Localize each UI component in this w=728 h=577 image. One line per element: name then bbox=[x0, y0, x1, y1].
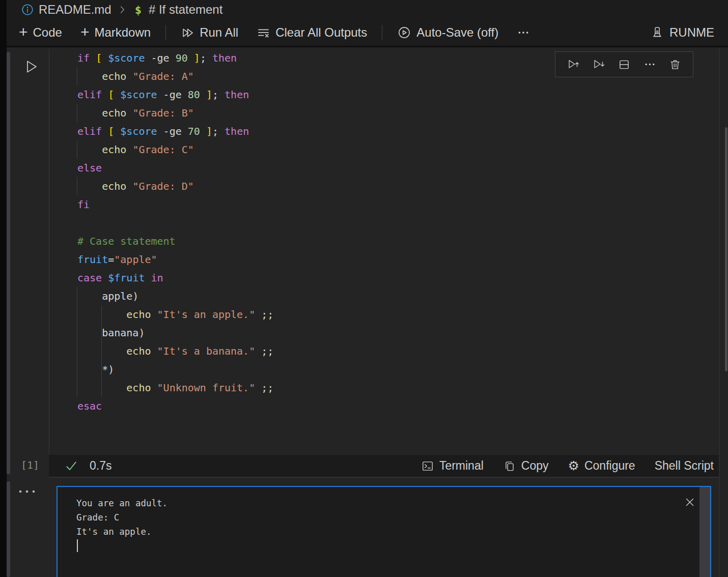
info-icon bbox=[21, 4, 34, 16]
terminal-button[interactable]: Terminal bbox=[421, 459, 484, 473]
cell-more-actions-button[interactable] bbox=[642, 57, 657, 72]
run-all-icon bbox=[181, 26, 194, 40]
terminal-icon bbox=[421, 459, 434, 473]
execute-below-button[interactable] bbox=[591, 57, 606, 72]
notebook-cell-area: if [ $score -ge 90 ]; then echo "Grade: … bbox=[7, 49, 728, 577]
notebook-toolbar: + Code + Markdown Run All Clear All Outp… bbox=[0, 19, 728, 47]
clear-all-outputs-button[interactable]: Clear All Outputs bbox=[249, 22, 375, 43]
run-all-label: Run All bbox=[200, 25, 238, 40]
breadcrumb: README.md $ # If statement bbox=[0, 0, 728, 19]
delete-cell-button[interactable] bbox=[667, 57, 683, 72]
indent-guide bbox=[77, 287, 77, 397]
terminal-label: Terminal bbox=[439, 459, 484, 473]
indent-guide bbox=[77, 104, 77, 122]
code-content[interactable]: if [ $score -ge 90 ]; then echo "Grade: … bbox=[77, 49, 273, 452]
execution-count: [1] bbox=[21, 459, 39, 471]
ellipsis-icon bbox=[517, 26, 530, 39]
indent-guide bbox=[101, 305, 102, 397]
output-text: You are an adult.Grade: CIt's an apple. bbox=[58, 487, 710, 552]
clear-all-outputs-label: Clear All Outputs bbox=[275, 25, 367, 40]
clear-all-outputs-icon bbox=[257, 26, 270, 40]
auto-save-icon bbox=[397, 25, 411, 40]
output-scrollbar[interactable] bbox=[699, 487, 710, 577]
execution-duration: 0.7s bbox=[90, 459, 111, 473]
runme-logo-icon bbox=[650, 25, 664, 40]
language-picker[interactable]: Shell Script bbox=[655, 459, 714, 473]
output-focus-bar bbox=[7, 481, 10, 577]
copy-button[interactable]: Copy bbox=[503, 459, 549, 473]
add-code-cell-button[interactable]: + Code bbox=[11, 22, 70, 43]
execute-above-button[interactable] bbox=[566, 57, 581, 72]
output-lines: You are an adult.Grade: CIt's an apple. bbox=[76, 496, 710, 539]
cell-toolbar bbox=[555, 51, 693, 77]
plus-icon: + bbox=[80, 24, 90, 40]
add-markdown-label: Markdown bbox=[94, 25, 151, 40]
run-cell-button[interactable] bbox=[22, 58, 40, 75]
output-terminal: You are an adult.Grade: CIt's an apple. bbox=[57, 486, 711, 577]
split-cell-button[interactable] bbox=[617, 57, 632, 72]
success-check-icon bbox=[64, 459, 78, 473]
configure-button[interactable]: ⚙ Configure bbox=[568, 459, 635, 473]
editor-right-border bbox=[719, 49, 720, 577]
terminal-cursor bbox=[77, 539, 78, 552]
auto-save-toggle[interactable]: Auto-Save (off) bbox=[389, 22, 506, 43]
add-code-label: Code bbox=[33, 25, 62, 40]
toolbar-divider bbox=[382, 25, 382, 40]
add-markdown-cell-button[interactable]: + Markdown bbox=[73, 22, 158, 43]
page-scrollbar[interactable] bbox=[725, 127, 727, 371]
cell-focus-bar bbox=[7, 52, 10, 474]
gear-icon: ⚙ bbox=[568, 459, 579, 472]
toolbar-more-actions[interactable] bbox=[509, 22, 538, 43]
cell-status-bar: 0.7s Terminal bbox=[49, 455, 719, 478]
editor-left-margin bbox=[0, 0, 7, 577]
indent-guide bbox=[77, 67, 77, 85]
output-more-actions[interactable] bbox=[18, 488, 38, 495]
breadcrumb-file[interactable]: README.md bbox=[39, 3, 111, 17]
toolbar-divider bbox=[165, 25, 166, 40]
shell-symbol: $ bbox=[135, 4, 142, 16]
breadcrumb-section[interactable]: # If statement bbox=[149, 3, 222, 17]
runme-button[interactable]: RUNME bbox=[642, 22, 722, 43]
copy-label: Copy bbox=[521, 459, 549, 473]
run-all-button[interactable]: Run All bbox=[173, 22, 246, 43]
auto-save-label: Auto-Save (off) bbox=[416, 25, 498, 40]
chevron-right-icon bbox=[117, 4, 128, 15]
language-label: Shell Script bbox=[655, 459, 714, 473]
configure-label: Configure bbox=[584, 459, 635, 473]
output-close-button[interactable] bbox=[684, 496, 696, 508]
indent-guide bbox=[77, 140, 77, 159]
copy-icon bbox=[503, 459, 516, 473]
runme-label: RUNME bbox=[669, 25, 714, 40]
editor-left-border bbox=[49, 49, 49, 455]
plus-icon: + bbox=[19, 24, 28, 40]
indent-guide bbox=[77, 177, 77, 195]
